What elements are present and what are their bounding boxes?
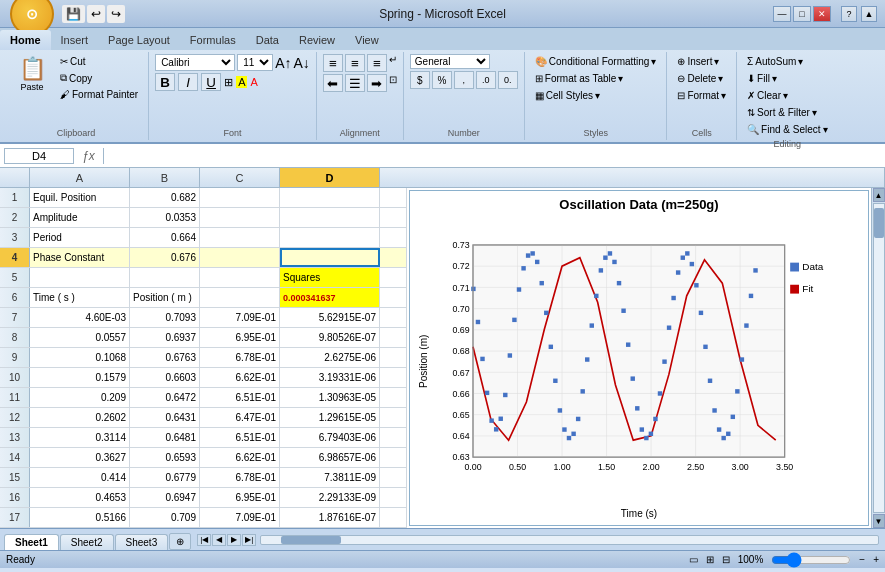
cell-a6[interactable]: Time ( s ) [30, 288, 130, 307]
italic-button[interactable]: I [178, 73, 198, 91]
cell-d5[interactable]: Squares [280, 268, 380, 287]
cell-c6[interactable] [200, 288, 280, 307]
insert-sheet-button[interactable]: ⊕ [169, 533, 191, 550]
zoom-slider[interactable] [771, 552, 851, 568]
cell-a9[interactable]: 0.1068 [30, 348, 130, 367]
cell-d6[interactable]: 0.000341637 [280, 288, 380, 307]
scroll-up-button[interactable]: ▲ [873, 188, 885, 202]
number-format-select[interactable]: General [410, 54, 490, 69]
cell-a15[interactable]: 0.414 [30, 468, 130, 487]
view-page-break-icon[interactable]: ⊟ [722, 554, 730, 565]
formula-input[interactable] [108, 149, 881, 163]
tab-scroll-left-start[interactable]: |◀ [197, 534, 211, 546]
border-button[interactable]: ⊞ [224, 76, 233, 89]
cell-d12[interactable]: 1.29615E-05 [280, 408, 380, 427]
align-top-right-button[interactable]: ≡ [367, 54, 387, 72]
tab-scroll-right[interactable]: ▶ [227, 534, 241, 546]
col-header-a[interactable]: A [30, 168, 130, 187]
sheet-tab-2[interactable]: Sheet2 [60, 534, 114, 550]
tab-view[interactable]: View [345, 30, 389, 50]
zoom-out-icon[interactable]: − [859, 554, 865, 565]
vertical-scrollbar[interactable]: ▲ ▼ [871, 188, 885, 528]
cell-b10[interactable]: 0.6603 [130, 368, 200, 387]
tab-insert[interactable]: Insert [51, 30, 99, 50]
increase-decimal-button[interactable]: .0 [476, 71, 496, 89]
cell-b12[interactable]: 0.6431 [130, 408, 200, 427]
tab-scroll-left[interactable]: ◀ [212, 534, 226, 546]
cell-b15[interactable]: 0.6779 [130, 468, 200, 487]
row-header-13[interactable]: 13 [0, 428, 30, 447]
copy-button[interactable]: ⧉ Copy [56, 70, 142, 86]
row-header-15[interactable]: 15 [0, 468, 30, 487]
clear-button[interactable]: ✗ Clear ▾ [743, 88, 792, 103]
merge-center-button[interactable]: ⊡ [389, 74, 397, 92]
close-button[interactable]: ✕ [813, 6, 831, 22]
cell-b11[interactable]: 0.6472 [130, 388, 200, 407]
cell-a14[interactable]: 0.3627 [30, 448, 130, 467]
align-left-button[interactable]: ⬅ [323, 74, 343, 92]
row-header-14[interactable]: 14 [0, 448, 30, 467]
cell-c11[interactable]: 6.51E-01 [200, 388, 280, 407]
scroll-thumb[interactable] [874, 208, 884, 238]
cell-d15[interactable]: 7.3811E-09 [280, 468, 380, 487]
minimize-button[interactable]: — [773, 6, 791, 22]
comma-button[interactable]: , [454, 71, 474, 89]
cell-b17[interactable]: 0.709 [130, 508, 200, 527]
cell-a1[interactable]: Equil. Position [30, 188, 130, 207]
tab-home[interactable]: Home [0, 30, 51, 50]
fill-button[interactable]: ⬇ Fill ▾ [743, 71, 781, 86]
cell-a7[interactable]: 4.60E-03 [30, 308, 130, 327]
row-header-12[interactable]: 12 [0, 408, 30, 427]
decrease-font-button[interactable]: A↓ [293, 55, 309, 71]
cell-b2[interactable]: 0.0353 [130, 208, 200, 227]
cell-a17[interactable]: 0.5166 [30, 508, 130, 527]
format-painter-button[interactable]: 🖌 Format Painter [56, 87, 142, 102]
row-header-3[interactable]: 3 [0, 228, 30, 247]
cell-b5[interactable] [130, 268, 200, 287]
cell-d10[interactable]: 3.19331E-06 [280, 368, 380, 387]
cell-a5[interactable] [30, 268, 130, 287]
cell-d3[interactable] [280, 228, 380, 247]
align-top-center-button[interactable]: ≡ [345, 54, 365, 72]
cell-c14[interactable]: 6.62E-01 [200, 448, 280, 467]
undo-button[interactable]: ↩ [87, 5, 105, 23]
ribbon-minimize-button[interactable]: ▲ [861, 6, 877, 22]
cell-b1[interactable]: 0.682 [130, 188, 200, 207]
row-header-11[interactable]: 11 [0, 388, 30, 407]
sheet-tab-1[interactable]: Sheet1 [4, 534, 59, 550]
cell-d17[interactable]: 1.87616E-07 [280, 508, 380, 527]
cell-a2[interactable]: Amplitude [30, 208, 130, 227]
cell-c2[interactable] [200, 208, 280, 227]
row-header-16[interactable]: 16 [0, 488, 30, 507]
cell-c12[interactable]: 6.47E-01 [200, 408, 280, 427]
tab-page-layout[interactable]: Page Layout [98, 30, 180, 50]
paste-button[interactable]: 📋 Paste [10, 54, 54, 96]
cell-c4[interactable] [200, 248, 280, 267]
view-normal-icon[interactable]: ▭ [689, 554, 698, 565]
format-as-table-button[interactable]: ⊞ Format as Table ▾ [531, 71, 628, 86]
cell-b7[interactable]: 0.7093 [130, 308, 200, 327]
cell-a3[interactable]: Period [30, 228, 130, 247]
cell-a13[interactable]: 0.3114 [30, 428, 130, 447]
cell-a10[interactable]: 0.1579 [30, 368, 130, 387]
percent-button[interactable]: % [432, 71, 452, 89]
conditional-formatting-button[interactable]: 🎨 Conditional Formatting ▾ [531, 54, 661, 69]
cell-d13[interactable]: 6.79403E-06 [280, 428, 380, 447]
h-scroll-track[interactable] [260, 535, 879, 545]
help-button[interactable]: ? [841, 6, 857, 22]
cell-c1[interactable] [200, 188, 280, 207]
name-box[interactable] [4, 148, 74, 164]
cell-d9[interactable]: 2.6275E-06 [280, 348, 380, 367]
cell-b16[interactable]: 0.6947 [130, 488, 200, 507]
cell-c7[interactable]: 7.09E-01 [200, 308, 280, 327]
cell-d14[interactable]: 6.98657E-06 [280, 448, 380, 467]
col-header-b[interactable]: B [130, 168, 200, 187]
cell-c13[interactable]: 6.51E-01 [200, 428, 280, 447]
cell-a12[interactable]: 0.2602 [30, 408, 130, 427]
cell-d11[interactable]: 1.30963E-05 [280, 388, 380, 407]
sort-filter-button[interactable]: ⇅ Sort & Filter ▾ [743, 105, 821, 120]
row-header-1[interactable]: 1 [0, 188, 30, 207]
cell-c10[interactable]: 6.62E-01 [200, 368, 280, 387]
row-header-7[interactable]: 7 [0, 308, 30, 327]
cell-b14[interactable]: 0.6593 [130, 448, 200, 467]
